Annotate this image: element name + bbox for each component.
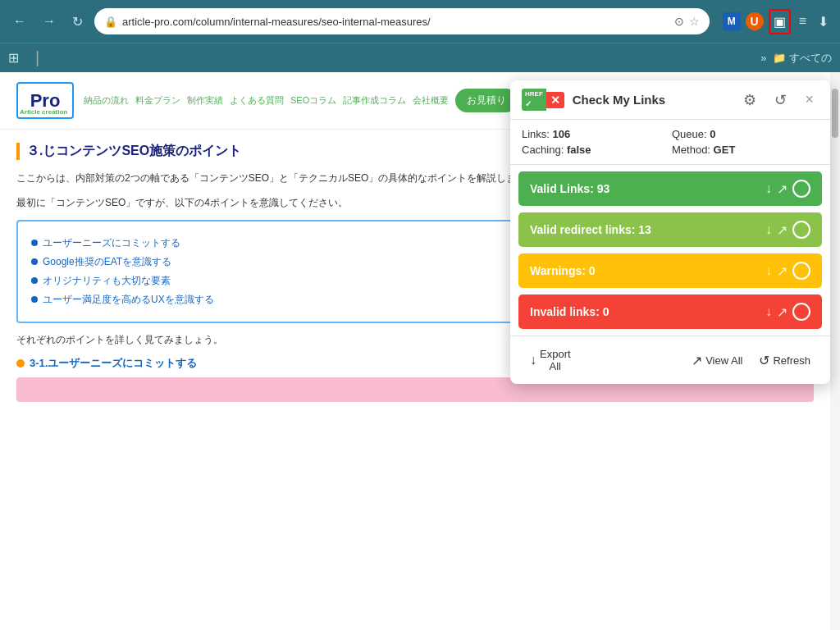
capture-icon[interactable]: ⊙	[674, 15, 684, 28]
view-all-icon: ↗	[692, 353, 702, 368]
redirect-download-icon[interactable]: ↓	[765, 222, 772, 237]
bullet-dot	[31, 240, 38, 246]
valid-redirect-label: Valid redirect links: 13	[530, 223, 651, 236]
star-icon[interactable]: ☆	[689, 15, 700, 28]
cml-header: HREF ✓ ✕ Check My Links ⚙ ↺ ×	[510, 80, 830, 120]
invalid-links-label: Invalid links: 0	[530, 305, 609, 318]
bookmarks-folder: 📁 すべての	[773, 51, 832, 66]
bullet-dot	[31, 296, 38, 303]
extension-icons: M U ▣ ≡ ⬇	[723, 9, 832, 34]
valid-links-label: Valid Links: 93	[530, 182, 609, 195]
valid-links-row: Valid Links: 93 ↓ ↗	[518, 171, 822, 206]
method-stat: Method: GET	[672, 144, 819, 156]
nav-item-2[interactable]: 制作実績	[187, 94, 223, 107]
refresh-label: Refresh	[773, 354, 810, 367]
nav-item-0[interactable]: 納品の流れ	[84, 94, 129, 107]
view-all-button[interactable]: ↗ View All	[683, 349, 751, 372]
valid-download-icon[interactable]: ↓	[765, 181, 772, 196]
redirect-external-icon[interactable]: ↗	[777, 222, 788, 238]
invalid-links-row: Invalid links: 0 ↓ ↗	[518, 294, 822, 329]
invalid-circle	[792, 303, 810, 321]
cml-stats: Links: 106 Queue: 0 Caching: false Metho…	[510, 120, 830, 165]
cml-logo-green: HREF ✓	[522, 89, 546, 111]
address-text: article-pro.com/column/internal-measures…	[122, 16, 669, 28]
section-dot	[16, 359, 25, 368]
ext-download-icon[interactable]: ⬇	[815, 11, 832, 33]
check-my-links-panel: HREF ✓ ✕ Check My Links ⚙ ↺ × Links: 106…	[510, 80, 830, 384]
warnings-label: Warnings: 0	[530, 264, 596, 277]
ext-menu-icon[interactable]: ≡	[796, 11, 810, 32]
invalid-download-icon[interactable]: ↓	[765, 304, 772, 319]
nav-item-4[interactable]: SEOコラム	[290, 94, 336, 107]
refresh-button[interactable]: ↻	[67, 11, 88, 33]
valid-links-actions: ↓ ↗	[765, 180, 810, 198]
ext-u-icon[interactable]: U	[746, 12, 764, 30]
nav-item-6[interactable]: 会社概要	[413, 94, 449, 107]
cml-links: Valid Links: 93 ↓ ↗ Valid redirect links…	[510, 165, 830, 336]
caching-stat: Caching: false	[522, 144, 669, 156]
back-button[interactable]: ←	[8, 11, 31, 32]
redirect-actions: ↓ ↗	[765, 221, 810, 239]
ext-m-icon[interactable]: M	[723, 12, 741, 30]
valid-circle	[792, 180, 810, 198]
nav-item-1[interactable]: 料金プラン	[135, 94, 180, 107]
export-all-button[interactable]: ↓ Export All	[522, 345, 579, 376]
export-icon: ↓	[530, 353, 536, 368]
warnings-circle	[792, 262, 810, 280]
warnings-download-icon[interactable]: ↓	[765, 263, 772, 278]
warnings-row: Warnings: 0 ↓ ↗	[518, 253, 822, 288]
redirect-circle	[792, 221, 810, 239]
nav-item-3[interactable]: よくある質問	[230, 94, 284, 107]
invalid-external-icon[interactable]: ↗	[777, 304, 788, 320]
cml-close-button[interactable]: ×	[800, 89, 819, 110]
valid-redirect-row: Valid redirect links: 13 ↓ ↗	[518, 212, 822, 247]
bookmarks-bar: ⊞ | » 📁 すべての	[0, 43, 840, 72]
bullet-dot	[31, 277, 38, 284]
refresh-icon: ↺	[759, 353, 769, 368]
nav-item-5[interactable]: 記事作成コラム	[343, 94, 406, 107]
site-logo: Pro Article creation	[16, 82, 74, 119]
main-content: Pro Article creation 納品の流れ 料金プラン 制作実績 よく…	[0, 72, 840, 630]
cml-title: Check My Links	[573, 93, 731, 107]
address-bar[interactable]: 🔒 article-pro.com/column/internal-measur…	[94, 8, 710, 34]
refresh-button[interactable]: ↺ Refresh	[751, 349, 819, 372]
ext-active-icon[interactable]: ▣	[769, 9, 791, 34]
queue-stat: Queue: 0	[672, 128, 819, 140]
cml-reload-icon[interactable]: ↺	[769, 89, 792, 111]
webpage-scrollbar[interactable]	[830, 72, 840, 630]
warnings-external-icon[interactable]: ↗	[777, 263, 788, 279]
browser-toolbar: ← → ↻ 🔒 article-pro.com/column/internal-…	[0, 0, 840, 43]
view-all-label: View All	[705, 354, 742, 367]
warnings-actions: ↓ ↗	[765, 262, 810, 280]
invalid-actions: ↓ ↗	[765, 303, 810, 321]
apps-icon[interactable]: ⊞	[8, 50, 19, 66]
cml-settings-icon[interactable]: ⚙	[738, 89, 761, 111]
bullet-dot	[31, 258, 38, 265]
cml-logo-red: ✕	[546, 92, 564, 108]
cml-logo: HREF ✓ ✕	[522, 89, 564, 111]
bookmarks-more[interactable]: »	[760, 52, 766, 64]
cml-footer: ↓ Export All ↗ View All ↺ Refresh	[510, 336, 830, 384]
scrollbar-thumb[interactable]	[832, 89, 838, 138]
export-label: Export All	[540, 348, 571, 372]
valid-external-icon[interactable]: ↗	[777, 181, 788, 197]
estimate-button[interactable]: お見積り	[455, 89, 518, 112]
forward-button[interactable]: →	[38, 11, 61, 32]
links-stat: Links: 106	[522, 128, 669, 140]
